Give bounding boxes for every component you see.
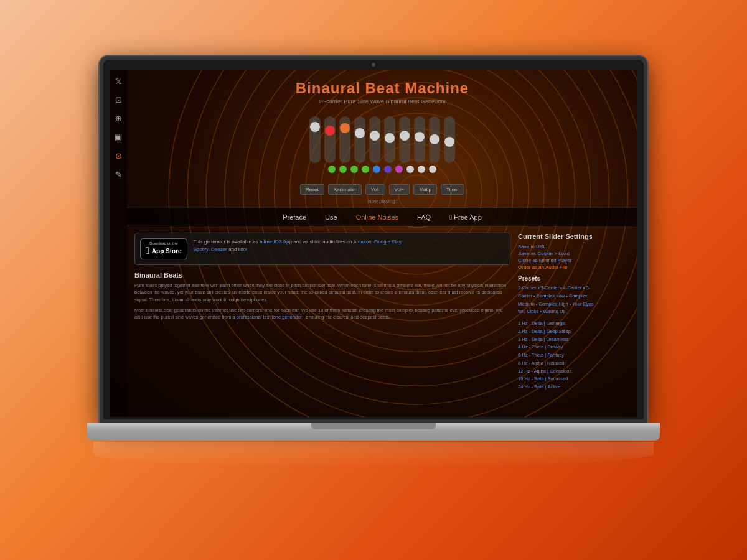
preset-complex-low[interactable]: Complex Low bbox=[537, 293, 565, 299]
preset-waking-up[interactable]: Waking Up bbox=[543, 309, 565, 314]
dot-1 bbox=[328, 166, 336, 173]
dot-7 bbox=[395, 166, 403, 173]
dot-4 bbox=[362, 166, 369, 173]
iidol-link[interactable]: iidol bbox=[238, 246, 247, 252]
badge-large-text: App Store bbox=[152, 248, 182, 254]
preset-2carrier[interactable]: 2-Carrier bbox=[518, 285, 537, 291]
buttons-row: Reset Xanimate! Vol- Vol+ Mutip Timer bbox=[127, 184, 637, 195]
save-cookie-link[interactable]: Save as Cookie > Load bbox=[518, 251, 630, 256]
slider-2[interactable] bbox=[324, 116, 336, 163]
test-tone-link[interactable]: professional test tone generator bbox=[237, 314, 302, 320]
slider-1[interactable] bbox=[309, 116, 321, 163]
camera bbox=[372, 63, 375, 67]
laptop-base bbox=[87, 423, 660, 441]
mutip-button[interactable]: Mutip bbox=[413, 184, 437, 195]
dot-6 bbox=[384, 166, 392, 173]
slider-settings-heading: Current Slider Settings bbox=[518, 233, 630, 240]
app-title: Binaural Beat Machine bbox=[127, 80, 637, 97]
laptop-container: 𝕏 ⊡ ⊕ ▣ ⊙ ✎ Binaural Beat Machine 16-car… bbox=[93, 56, 654, 504]
preset-3hz[interactable]: 3 Hz - Delta | Dreamless bbox=[518, 336, 630, 344]
save-url-link[interactable]: Save in URL bbox=[518, 244, 630, 250]
nav-faq[interactable]: FAQ bbox=[417, 213, 431, 221]
binaural-paragraph-2: Most binaural beat generators on the Int… bbox=[134, 307, 510, 321]
slider-5[interactable] bbox=[369, 116, 380, 163]
presets-heading: Presets bbox=[518, 275, 630, 282]
tv-icon[interactable]: ▣ bbox=[112, 131, 125, 143]
laptop-hinge bbox=[311, 423, 436, 429]
dots-row bbox=[328, 166, 436, 173]
left-column: Download on the  App Store This generat… bbox=[134, 233, 510, 411]
ios-app-link[interactable]: free iOS App bbox=[264, 239, 292, 245]
edit-icon[interactable]: ✎ bbox=[112, 168, 125, 180]
nav-bar: Preface Use Online Noises FAQ  Free App bbox=[127, 208, 637, 226]
preset-2hz[interactable]: 2 Hz - Delta | Deep Sleep bbox=[518, 328, 630, 336]
settings-icon[interactable]: ⊙ bbox=[112, 149, 125, 162]
dot-9 bbox=[418, 166, 425, 173]
dot-8 bbox=[406, 166, 414, 173]
vol-up-button[interactable]: Vol+ bbox=[389, 184, 410, 195]
preset-1hz[interactable]: 1 Hz - Delta | Lethargic bbox=[518, 320, 630, 328]
presets-top-list: 2-Carrier • 3-Carrier • 4-Carrier • 5-Ca… bbox=[518, 284, 630, 316]
preset-3carrier[interactable]: 3-Carrier bbox=[540, 285, 559, 291]
preset-4hz[interactable]: 4 Hz - Theta | Drowsy bbox=[518, 343, 630, 352]
nav-preface[interactable]: Preface bbox=[283, 213, 306, 221]
nav-online-noises[interactable]: Online Noises bbox=[356, 213, 398, 221]
slider-3[interactable] bbox=[339, 116, 350, 163]
slider-9[interactable] bbox=[429, 116, 440, 163]
nav-free-app[interactable]:  Free App bbox=[449, 213, 482, 221]
slider-4[interactable] bbox=[354, 116, 365, 163]
binaural-section: Binaural Beats Pure tones played togethe… bbox=[134, 271, 510, 320]
nav-use[interactable]: Use bbox=[325, 213, 337, 221]
slider-settings: Current Slider Settings Save in URL Save… bbox=[518, 233, 630, 270]
google-play-link[interactable]: Google Play bbox=[374, 239, 401, 245]
slider-6[interactable] bbox=[384, 116, 395, 163]
bookmark-icon[interactable]: ⊡ bbox=[112, 93, 125, 106]
reset-button[interactable]: Reset bbox=[300, 184, 324, 195]
sliders-area bbox=[127, 108, 637, 178]
apple-icon:  bbox=[146, 245, 149, 256]
laptop-reflection bbox=[93, 442, 654, 467]
preset-12hz[interactable]: 12 Hz - Alpha | Conscious bbox=[518, 368, 630, 376]
deezer-link[interactable]: Deezer bbox=[211, 246, 227, 252]
preset-6hz[interactable]: 6 Hz - Theta | Fantasy bbox=[518, 352, 630, 360]
dot-10 bbox=[429, 166, 436, 173]
app-subtitle: 16-carrier Pure Sine Wave Binaural Beat … bbox=[127, 98, 637, 105]
preset-complex-high[interactable]: Complex High bbox=[538, 301, 568, 307]
app-store-description: This generator is available as a free iO… bbox=[194, 238, 403, 253]
main-area: Binaural Beat Machine 16-carrier Pure Si… bbox=[127, 70, 637, 417]
preset-24hz[interactable]: 24 Hz - Beta | Active bbox=[518, 383, 630, 391]
preset-16hz[interactable]: 16 Hz - Beta | Focussed bbox=[518, 375, 630, 383]
sidebar: 𝕏 ⊡ ⊕ ▣ ⊙ ✎ bbox=[110, 70, 127, 417]
search-icon[interactable]: ⊕ bbox=[112, 112, 125, 124]
screen-inner: 𝕏 ⊡ ⊕ ▣ ⊙ ✎ Binaural Beat Machine 16-car… bbox=[110, 70, 637, 417]
dot-5 bbox=[373, 166, 380, 173]
timer-button[interactable]: Timer bbox=[441, 184, 464, 195]
spotify-link[interactable]: Spotify bbox=[194, 246, 209, 252]
screen-content: 𝕏 ⊡ ⊕ ▣ ⊙ ✎ Binaural Beat Machine 16-car… bbox=[110, 70, 637, 417]
dot-2 bbox=[339, 166, 347, 173]
clone-player-link[interactable]: Clone as Minified Player bbox=[518, 258, 630, 263]
presets-section: Presets 2-Carrier • 3-Carrier • 4-Carrie… bbox=[518, 275, 630, 391]
slider-7[interactable] bbox=[399, 116, 410, 163]
now-playing: Now playing: bbox=[127, 198, 637, 204]
preset-8hz[interactable]: 8 Hz - Alpha | Relaxed bbox=[518, 360, 630, 368]
right-column: Current Slider Settings Save in URL Save… bbox=[518, 233, 630, 411]
slider-8[interactable] bbox=[414, 116, 425, 163]
bottom-content: Download on the  App Store This generat… bbox=[127, 226, 637, 417]
sliders-row bbox=[309, 113, 455, 163]
app-store-banner: Download on the  App Store This generat… bbox=[134, 233, 510, 265]
dot-3 bbox=[350, 166, 358, 173]
xanimate-button[interactable]: Xanimate! bbox=[328, 184, 362, 195]
settings-links: Save in URL Save as Cookie > Load Clone … bbox=[518, 244, 630, 270]
laptop-screen: 𝕏 ⊡ ⊕ ▣ ⊙ ✎ Binaural Beat Machine 16-car… bbox=[100, 56, 647, 423]
amazon-link[interactable]: Amazon bbox=[353, 239, 371, 245]
vol-down-button[interactable]: Vol- bbox=[365, 184, 385, 195]
binaural-paragraph-1: Pure tones played together interfere wit… bbox=[134, 282, 510, 303]
app-store-badge[interactable]: Download on the  App Store bbox=[140, 238, 187, 259]
twitter-icon[interactable]: 𝕏 bbox=[112, 75, 125, 87]
binaural-heading: Binaural Beats bbox=[134, 271, 510, 279]
slider-10[interactable] bbox=[444, 116, 455, 163]
preset-4carrier[interactable]: 4-Carrier bbox=[563, 285, 582, 291]
presets-frequency-list: 1 Hz - Delta | Lethargic 2 Hz - Delta | … bbox=[518, 320, 630, 391]
order-audio-link[interactable]: Order as an Audio File bbox=[518, 264, 630, 270]
